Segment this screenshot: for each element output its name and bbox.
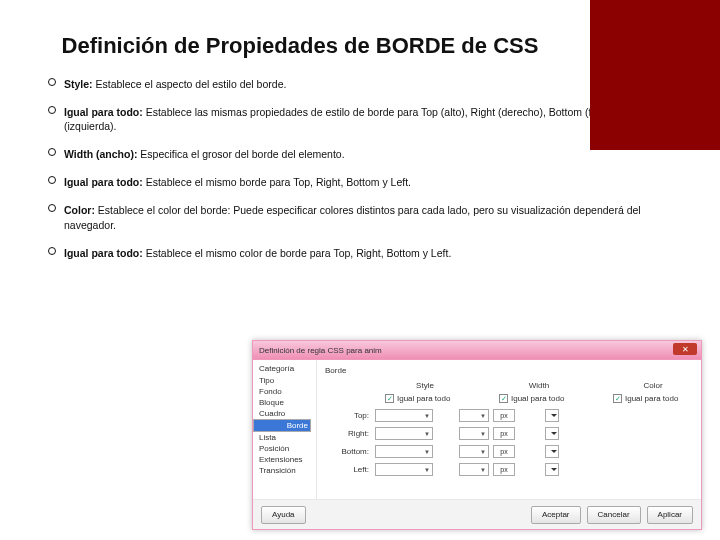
dialog-title-text: Definición de regla CSS para anim: [259, 346, 382, 355]
style-select[interactable]: ▼: [375, 445, 433, 458]
chevron-down-icon: ▼: [480, 431, 486, 437]
row-label: Left:: [325, 465, 375, 474]
col-width: Width: [499, 381, 579, 390]
row-label: Bottom:: [325, 447, 375, 456]
border-rows: Top:▼▼pxRight:▼▼pxBottom:▼▼pxLeft:▼▼px: [325, 409, 693, 476]
col-color: Color: [613, 381, 693, 390]
unit-select[interactable]: px: [493, 409, 515, 422]
color-swatch[interactable]: [545, 463, 559, 476]
dialog-footer: Ayuda Aceptar Cancelar Aplicar: [253, 499, 701, 529]
border-row: Bottom:▼▼px: [325, 445, 693, 458]
chevron-down-icon: ▼: [424, 467, 430, 473]
row-label: Right:: [325, 429, 375, 438]
bullet-icon: [48, 247, 56, 255]
chevron-down-icon: ▼: [480, 413, 486, 419]
list-item: Style: Establece el aspecto del estilo d…: [48, 77, 680, 91]
help-button[interactable]: Ayuda: [261, 506, 306, 524]
list-item: Igual para todo: Establece el mismo colo…: [48, 246, 680, 260]
same-for-all-row: ✓Igual para todo ✓Igual para todo ✓Igual…: [385, 394, 693, 403]
category-item[interactable]: Transición: [253, 465, 316, 476]
border-row: Right:▼▼px: [325, 427, 693, 440]
list-item: Igual para todo: Establece el mismo bord…: [48, 175, 680, 189]
border-row: Left:▼▼px: [325, 463, 693, 476]
width-input[interactable]: ▼: [459, 445, 489, 458]
category-header: Categoría: [253, 364, 316, 375]
category-item[interactable]: Bloque: [253, 397, 316, 408]
chevron-down-icon: ▼: [480, 449, 486, 455]
accept-button[interactable]: Aceptar: [531, 506, 581, 524]
chevron-down-icon: ▼: [424, 413, 430, 419]
main-header: Borde: [325, 366, 693, 375]
bullet-icon: [48, 204, 56, 212]
accent-corner: [590, 0, 720, 150]
chevron-down-icon: ▼: [424, 449, 430, 455]
category-item[interactable]: Posición: [253, 443, 316, 454]
chevron-down-icon: ▼: [480, 467, 486, 473]
same-color-check[interactable]: ✓Igual para todo: [613, 394, 693, 403]
bullet-icon: [48, 106, 56, 114]
cancel-button[interactable]: Cancelar: [587, 506, 641, 524]
list-item: Width (ancho): Especifica el grosor del …: [48, 147, 680, 161]
category-sidebar: Categoría TipoFondoBloqueCuadroBordeList…: [253, 360, 317, 499]
column-headers: Style Width Color: [385, 381, 693, 390]
bullet-icon: [48, 176, 56, 184]
bullet-icon: [48, 78, 56, 86]
width-input[interactable]: ▼: [459, 463, 489, 476]
color-swatch[interactable]: [545, 427, 559, 440]
category-item[interactable]: Extensiones: [253, 454, 316, 465]
category-list: TipoFondoBloqueCuadroBordeListaPosiciónE…: [253, 375, 316, 476]
style-select[interactable]: ▼: [375, 427, 433, 440]
close-icon[interactable]: ✕: [673, 343, 697, 355]
list-item: Igual para todo: Establece las mismas pr…: [48, 105, 680, 133]
bullet-icon: [48, 148, 56, 156]
style-select[interactable]: ▼: [375, 463, 433, 476]
category-item[interactable]: Fondo: [253, 386, 316, 397]
same-width-check[interactable]: ✓Igual para todo: [499, 394, 579, 403]
col-style: Style: [385, 381, 465, 390]
list-item: Color: Establece el color del borde: Pue…: [48, 203, 680, 231]
row-label: Top:: [325, 411, 375, 420]
same-style-check[interactable]: ✓Igual para todo: [385, 394, 465, 403]
category-item[interactable]: Lista: [253, 432, 316, 443]
chevron-down-icon: ▼: [424, 431, 430, 437]
dialog-titlebar: Definición de regla CSS para anim ✕: [253, 341, 701, 359]
width-input[interactable]: ▼: [459, 427, 489, 440]
style-select[interactable]: ▼: [375, 409, 433, 422]
category-item[interactable]: Cuadro: [253, 408, 316, 419]
color-swatch[interactable]: [545, 409, 559, 422]
border-row: Top:▼▼px: [325, 409, 693, 422]
css-rule-dialog: Definición de regla CSS para anim ✕ Cate…: [252, 340, 702, 530]
unit-select[interactable]: px: [493, 463, 515, 476]
category-item[interactable]: Tipo: [253, 375, 316, 386]
dialog-main: Borde Style Width Color ✓Igual para todo…: [317, 360, 701, 499]
category-item[interactable]: Borde: [253, 419, 311, 432]
unit-select[interactable]: px: [493, 427, 515, 440]
width-input[interactable]: ▼: [459, 409, 489, 422]
unit-select[interactable]: px: [493, 445, 515, 458]
apply-button[interactable]: Aplicar: [647, 506, 693, 524]
color-swatch[interactable]: [545, 445, 559, 458]
